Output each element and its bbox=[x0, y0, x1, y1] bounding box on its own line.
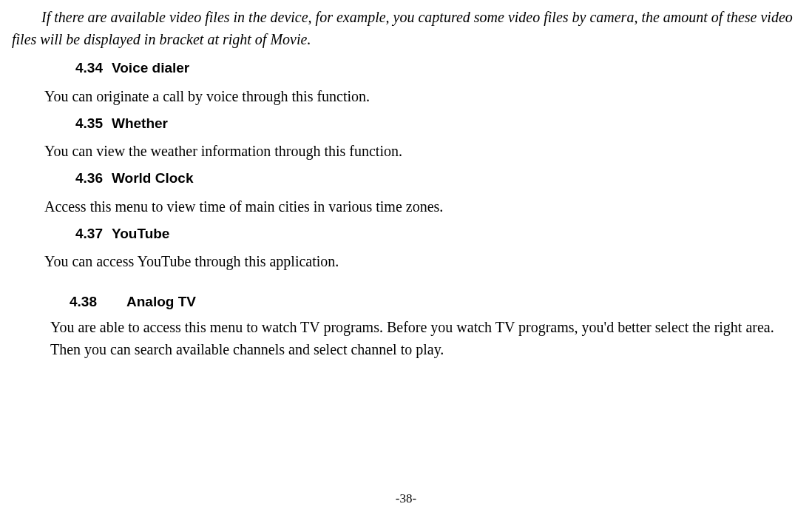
body-world-clock: Access this menu to view time of main ci… bbox=[44, 195, 800, 218]
heading-title: World Clock bbox=[112, 170, 194, 186]
heading-title: Analog TV bbox=[126, 294, 196, 309]
heading-number: 4.38 bbox=[70, 292, 97, 313]
heading-youtube: 4.37YouTube bbox=[75, 223, 800, 245]
heading-title: Whether bbox=[112, 115, 168, 131]
body-analog-tv: You are able to access this menu to watc… bbox=[50, 316, 800, 360]
body-voice-dialer: You can originate a call by voice throug… bbox=[44, 85, 800, 107]
heading-title: Voice dialer bbox=[112, 60, 189, 75]
heading-number: 4.35 bbox=[75, 113, 103, 135]
heading-analog-tv: 4.38Analog TV bbox=[70, 292, 800, 313]
heading-number: 4.37 bbox=[75, 223, 103, 245]
heading-number: 4.36 bbox=[75, 168, 103, 189]
heading-title: YouTube bbox=[112, 226, 169, 241]
page-number: -38- bbox=[0, 489, 812, 508]
heading-number: 4.34 bbox=[75, 58, 103, 79]
heading-world-clock: 4.36World Clock bbox=[75, 168, 800, 189]
intro-paragraph: If there are available video files in th… bbox=[12, 6, 800, 50]
heading-whether: 4.35Whether bbox=[75, 113, 800, 135]
body-youtube: You can access YouTube through this appl… bbox=[44, 250, 800, 272]
body-whether: You can view the weather information thr… bbox=[44, 140, 800, 162]
heading-voice-dialer: 4.34Voice dialer bbox=[75, 58, 800, 79]
